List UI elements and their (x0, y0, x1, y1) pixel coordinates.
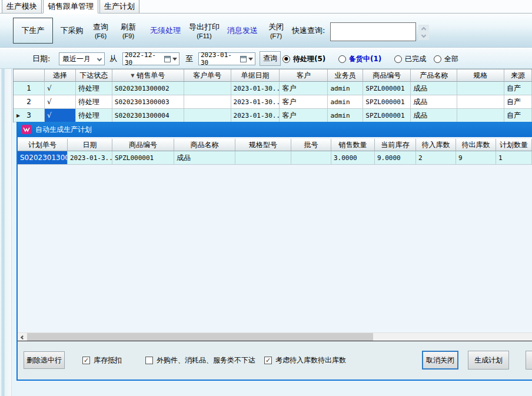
checkbox-icon: ✓ (82, 357, 90, 364)
header-doc-date[interactable]: 单据日期 (231, 69, 280, 82)
tab-production-plan[interactable]: 生产计划 (99, 0, 139, 13)
radio-circle-icon: ● (282, 55, 290, 63)
header-product-code[interactable]: 商品编号 (363, 69, 411, 82)
export-print-button[interactable]: 导出打印(F11) (186, 18, 222, 44)
filter-query-button[interactable]: 查询 (260, 51, 281, 66)
header-outbound-pending[interactable]: 待出库数 (456, 139, 496, 151)
plan-grid-header: 计划单号 日期 商品编号 商品名称 规格型号 批号 销售数量 当前库存 待入库数… (18, 139, 532, 151)
app-logo-icon (22, 125, 31, 134)
header-sales-qty[interactable]: 销售数量 (331, 139, 375, 151)
cancel-close-button[interactable]: 取消关闭 (422, 351, 458, 370)
header-plan-qty[interactable]: 计划数量 (496, 139, 532, 151)
radio-circle-icon (338, 55, 346, 63)
plan-grid: 计划单号 日期 商品编号 商品名称 规格型号 批号 销售数量 当前库存 待入库数… (18, 139, 532, 165)
header-spec-model[interactable]: 规格型号 (235, 139, 291, 151)
dialog-body: 计划单号 日期 商品编号 商品名称 规格型号 批号 销售数量 当前库存 待入库数… (18, 137, 532, 380)
dialog-titlebar: 自动生成生产计划 (18, 122, 532, 137)
table-row-selected[interactable]: ▶ 3 √ 待处理 S0202301300004 2023-01-30... 客… (14, 109, 532, 122)
orders-grid-header: 选择 下达状态 ▼ 销售单号 客户单号 单据日期 客户 业务员 商品编号 产品名… (14, 69, 532, 82)
header-product-name[interactable]: 产品名称 (411, 69, 457, 82)
radio-completed[interactable]: 已完成 (394, 48, 426, 69)
horizontal-scrollbar[interactable] (18, 332, 532, 341)
module-tabbar: 生产模块 销售跟单管理 生产计划 (0, 0, 532, 14)
current-row-marker-icon: ▶ (16, 113, 20, 118)
dropdown-arrow-icon[interactable] (248, 58, 253, 61)
to-date-field[interactable]: 2023-01-30 (198, 52, 255, 65)
checkbox-exclude-purchased[interactable]: 外购件、消耗品、服务类不下达 (145, 341, 255, 380)
scroll-left-button[interactable] (18, 333, 27, 341)
auto-generate-plan-dialog: 自动生成生产计划 计划单号 日期 商品编号 商品名称 规格型号 批号 销售数量 … (16, 122, 532, 381)
header-batch-no[interactable]: 批号 (291, 139, 331, 151)
header-rownum[interactable] (14, 69, 45, 82)
header-current-stock[interactable]: 当前库存 (375, 139, 416, 151)
send-message-button[interactable]: 消息发送 (225, 18, 260, 44)
header-product-code[interactable]: 商品编号 (112, 139, 174, 151)
checkbox-consider-pending[interactable]: ✓ 考虑待入库数待出库数 (264, 341, 346, 380)
radio-pending[interactable]: ● 待处理(5) (282, 48, 325, 69)
plan-row[interactable]: S0202301300002 2023-01-3... SPZL000001 成… (18, 151, 532, 165)
header-customer-order-no[interactable]: 客户单号 (184, 69, 231, 82)
spinner-down-icon[interactable] (421, 33, 426, 38)
quick-search-spinner[interactable] (418, 25, 429, 40)
close-button[interactable]: 关闭(F7) (264, 18, 288, 44)
radio-circle-icon (434, 55, 441, 63)
header-status[interactable]: 下达状态 (76, 69, 112, 82)
header-source[interactable]: 来源 (504, 69, 532, 82)
header-spec[interactable]: 规格 (457, 69, 504, 82)
header-customer[interactable]: 客户 (280, 69, 328, 82)
scrollbar-thumb[interactable] (27, 333, 373, 341)
header-salesman[interactable]: 业务员 (328, 69, 363, 82)
query-button[interactable]: 查询(F6) (87, 18, 114, 44)
delete-selected-row-button[interactable]: 删除选中行 (24, 351, 65, 369)
generate-plan-button[interactable]: 生成计划 (468, 351, 509, 370)
toolbar: 下生产 下采购 查询(F6) 刷新(F9) 无须处理 导出打印(F11) 消息发… (0, 14, 532, 48)
header-select[interactable]: 选择 (45, 69, 76, 82)
filter-bar: 日期: 最近一月 从 2022-12-30 至 2023-01-30 查询 ● … (0, 48, 532, 69)
select-chevron-icon (97, 56, 102, 61)
to-purchase-button[interactable]: 下采购 (55, 18, 88, 44)
quick-search-label: 快速查询: (292, 14, 325, 48)
to-production-button[interactable]: 下生产 (13, 18, 53, 44)
dialog-title: 自动生成生产计划 (35, 125, 92, 135)
header-plan-no[interactable]: 计划单号 (18, 139, 68, 151)
table-row[interactable]: 1 √ 待处理 S0202301300002 2023-01-30... 客户 … (14, 82, 532, 95)
radio-stocking[interactable]: 备货中(1) (338, 48, 381, 69)
calendar-icon[interactable] (164, 56, 171, 62)
checkbox-icon: ✓ (264, 357, 272, 364)
dialog-footer: 删除选中行 ✓ 库存抵扣 外购件、消耗品、服务类不下达 ✓ 考虑待入库数待出库数… (18, 341, 532, 380)
tab-sales-order-tracking[interactable]: 销售跟单管理 (43, 0, 98, 14)
quick-search-input[interactable] (330, 22, 416, 41)
header-inbound-pending[interactable]: 待入库数 (416, 139, 456, 151)
column-filter-icon[interactable]: ▼ (131, 73, 134, 78)
selected-cell[interactable]: S0202301300002 (18, 151, 68, 165)
orders-grid: 选择 下达状态 ▼ 销售单号 客户单号 单据日期 客户 业务员 商品编号 产品名… (13, 69, 532, 122)
date-label: 日期: (32, 48, 50, 69)
spinner-up-icon[interactable] (421, 27, 426, 32)
dropdown-arrow-icon[interactable] (172, 58, 177, 61)
table-row[interactable]: 2 √ 待处理 S0202301300003 2023-01-30... 客户 … (14, 95, 532, 109)
no-process-button[interactable]: 无须处理 (146, 18, 185, 44)
header-sales-order-no[interactable]: ▼ 销售单号 (112, 69, 184, 82)
from-label: 从 (109, 48, 117, 69)
clipped-edge-button[interactable] (526, 351, 532, 370)
checkbox-stock-offset[interactable]: ✓ 库存抵扣 (82, 341, 122, 380)
header-product-name[interactable]: 商品名称 (174, 139, 235, 151)
radio-circle-icon (394, 55, 402, 63)
date-preset-select[interactable]: 最近一月 (59, 52, 105, 65)
scroll-left-icon (20, 335, 24, 339)
window-left-edge (0, 14, 12, 396)
selected-cell[interactable]: √ (45, 109, 76, 122)
app-window: 生产模块 销售跟单管理 生产计划 下生产 下采购 查询(F6) 刷新(F9) 无… (0, 0, 532, 396)
to-label: 至 (185, 48, 193, 69)
from-date-field[interactable]: 2022-12-30 (122, 52, 179, 65)
refresh-button[interactable]: 刷新(F9) (115, 18, 141, 44)
checkbox-icon (145, 357, 153, 364)
radio-all[interactable]: 全部 (434, 48, 458, 69)
tab-production-module[interactable]: 生产模块 (2, 0, 42, 13)
header-date[interactable]: 日期 (68, 139, 112, 151)
calendar-icon[interactable] (240, 56, 247, 62)
